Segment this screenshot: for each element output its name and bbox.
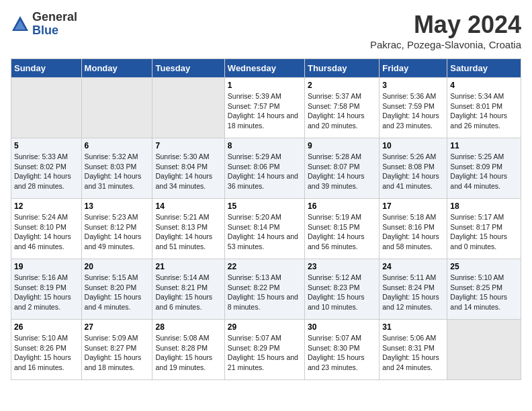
- day-header-monday: Monday: [81, 59, 152, 78]
- logo-blue-text: Blue: [32, 24, 77, 38]
- day-detail: Sunrise: 5:34 AMSunset: 8:01 PMDaylight:…: [450, 91, 518, 131]
- day-number: 29: [228, 322, 302, 332]
- day-detail: Sunrise: 5:17 AMSunset: 8:17 PMDaylight:…: [450, 212, 518, 252]
- day-number: 20: [85, 262, 150, 271]
- day-detail: Sunrise: 5:07 AMSunset: 8:30 PMDaylight:…: [308, 333, 376, 373]
- calendar-cell: 24Sunrise: 5:11 AMSunset: 8:24 PMDayligh…: [380, 259, 447, 320]
- main-title: May 2024: [370, 11, 521, 39]
- day-detail: Sunrise: 5:13 AMSunset: 8:22 PMDaylight:…: [228, 273, 302, 312]
- day-number: 31: [382, 322, 444, 332]
- calendar-cell: 19Sunrise: 5:16 AMSunset: 8:19 PMDayligh…: [11, 259, 82, 320]
- day-detail: Sunrise: 5:30 AMSunset: 8:04 PMDaylight:…: [155, 152, 221, 191]
- day-number: 26: [14, 322, 79, 332]
- day-detail: Sunrise: 5:39 AMSunset: 7:57 PMDaylight:…: [228, 91, 302, 131]
- calendar-cell: [447, 320, 521, 380]
- calendar-cell: 8Sunrise: 5:29 AMSunset: 8:06 PMDaylight…: [224, 138, 304, 199]
- day-number: 9: [308, 141, 376, 150]
- day-number: 3: [382, 81, 444, 90]
- day-detail: Sunrise: 5:25 AMSunset: 8:09 PMDaylight:…: [450, 152, 518, 191]
- location-subtitle: Pakrac, Pozega-Slavonia, Croatia: [370, 39, 521, 50]
- day-detail: Sunrise: 5:32 AMSunset: 8:03 PMDaylight:…: [85, 152, 150, 191]
- day-detail: Sunrise: 5:19 AMSunset: 8:15 PMDaylight:…: [308, 212, 376, 252]
- day-header-thursday: Thursday: [304, 59, 379, 78]
- calendar-cell: 20Sunrise: 5:15 AMSunset: 8:20 PMDayligh…: [81, 259, 152, 320]
- day-header-tuesday: Tuesday: [152, 59, 224, 78]
- day-number: 1: [228, 81, 302, 90]
- calendar-cell: 10Sunrise: 5:26 AMSunset: 8:08 PMDayligh…: [380, 138, 447, 199]
- day-number: 19: [14, 262, 79, 271]
- calendar-cell: 1Sunrise: 5:39 AMSunset: 7:57 PMDaylight…: [224, 78, 304, 138]
- day-number: 18: [450, 201, 518, 211]
- day-detail: Sunrise: 5:23 AMSunset: 8:12 PMDaylight:…: [85, 212, 150, 252]
- week-row-5: 26Sunrise: 5:10 AMSunset: 8:26 PMDayligh…: [11, 320, 521, 380]
- day-detail: Sunrise: 5:26 AMSunset: 8:08 PMDaylight:…: [382, 152, 444, 191]
- day-detail: Sunrise: 5:20 AMSunset: 8:14 PMDaylight:…: [228, 212, 302, 252]
- day-header-sunday: Sunday: [11, 59, 82, 78]
- logo-text: General Blue: [32, 11, 77, 38]
- week-row-2: 5Sunrise: 5:33 AMSunset: 8:02 PMDaylight…: [11, 138, 521, 199]
- day-number: 15: [228, 201, 302, 211]
- day-detail: Sunrise: 5:29 AMSunset: 8:06 PMDaylight:…: [228, 152, 302, 191]
- day-number: 6: [85, 141, 150, 150]
- day-header-friday: Friday: [380, 59, 447, 78]
- calendar-table: SundayMondayTuesdayWednesdayThursdayFrid…: [11, 58, 521, 380]
- calendar-cell: 9Sunrise: 5:28 AMSunset: 8:07 PMDaylight…: [304, 138, 379, 199]
- day-detail: Sunrise: 5:37 AMSunset: 7:58 PMDaylight:…: [308, 91, 376, 131]
- days-header-row: SundayMondayTuesdayWednesdayThursdayFrid…: [11, 59, 521, 78]
- day-number: 8: [228, 141, 302, 150]
- day-number: 14: [155, 201, 221, 211]
- day-number: 28: [155, 322, 221, 332]
- calendar-cell: 5Sunrise: 5:33 AMSunset: 8:02 PMDaylight…: [11, 138, 82, 199]
- calendar-cell: 17Sunrise: 5:18 AMSunset: 8:16 PMDayligh…: [380, 199, 447, 259]
- day-detail: Sunrise: 5:33 AMSunset: 8:02 PMDaylight:…: [14, 152, 79, 191]
- calendar-cell: 3Sunrise: 5:36 AMSunset: 7:59 PMDaylight…: [380, 78, 447, 138]
- day-detail: Sunrise: 5:14 AMSunset: 8:21 PMDaylight:…: [155, 273, 221, 312]
- day-number: 10: [382, 141, 444, 150]
- calendar-cell: 15Sunrise: 5:20 AMSunset: 8:14 PMDayligh…: [224, 199, 304, 259]
- calendar-cell: 25Sunrise: 5:10 AMSunset: 8:25 PMDayligh…: [447, 259, 521, 320]
- day-detail: Sunrise: 5:09 AMSunset: 8:27 PMDaylight:…: [85, 333, 150, 373]
- day-number: 2: [308, 81, 376, 90]
- calendar-cell: [81, 78, 152, 138]
- week-row-3: 12Sunrise: 5:24 AMSunset: 8:10 PMDayligh…: [11, 199, 521, 259]
- page-header: General Blue May 2024 Pakrac, Pozega-Sla…: [11, 11, 521, 50]
- day-number: 24: [382, 262, 444, 271]
- day-number: 5: [14, 141, 79, 150]
- day-number: 21: [155, 262, 221, 271]
- calendar-cell: [152, 78, 224, 138]
- day-number: 27: [85, 322, 150, 332]
- day-number: 25: [450, 262, 518, 271]
- day-detail: Sunrise: 5:10 AMSunset: 8:25 PMDaylight:…: [450, 273, 518, 312]
- day-number: 12: [14, 201, 79, 211]
- calendar-cell: 11Sunrise: 5:25 AMSunset: 8:09 PMDayligh…: [447, 138, 521, 199]
- calendar-cell: [11, 78, 82, 138]
- day-number: 22: [228, 262, 302, 271]
- day-detail: Sunrise: 5:08 AMSunset: 8:28 PMDaylight:…: [155, 333, 221, 373]
- calendar-cell: 4Sunrise: 5:34 AMSunset: 8:01 PMDaylight…: [447, 78, 521, 138]
- week-row-4: 19Sunrise: 5:16 AMSunset: 8:19 PMDayligh…: [11, 259, 521, 320]
- logo-general-text: General: [32, 11, 77, 24]
- logo-icon: [11, 15, 30, 34]
- day-number: 17: [382, 201, 444, 211]
- day-detail: Sunrise: 5:24 AMSunset: 8:10 PMDaylight:…: [14, 212, 79, 252]
- calendar-cell: 29Sunrise: 5:07 AMSunset: 8:29 PMDayligh…: [224, 320, 304, 380]
- calendar-cell: 21Sunrise: 5:14 AMSunset: 8:21 PMDayligh…: [152, 259, 224, 320]
- day-number: 16: [308, 201, 376, 211]
- calendar-cell: 2Sunrise: 5:37 AMSunset: 7:58 PMDaylight…: [304, 78, 379, 138]
- calendar-cell: 31Sunrise: 5:06 AMSunset: 8:31 PMDayligh…: [380, 320, 447, 380]
- day-detail: Sunrise: 5:16 AMSunset: 8:19 PMDaylight:…: [14, 273, 79, 312]
- calendar-cell: 12Sunrise: 5:24 AMSunset: 8:10 PMDayligh…: [11, 199, 82, 259]
- day-number: 13: [85, 201, 150, 211]
- day-detail: Sunrise: 5:15 AMSunset: 8:20 PMDaylight:…: [85, 273, 150, 312]
- day-detail: Sunrise: 5:11 AMSunset: 8:24 PMDaylight:…: [382, 273, 444, 312]
- day-header-saturday: Saturday: [447, 59, 521, 78]
- calendar-cell: 13Sunrise: 5:23 AMSunset: 8:12 PMDayligh…: [81, 199, 152, 259]
- day-header-wednesday: Wednesday: [224, 59, 304, 78]
- logo: General Blue: [11, 11, 77, 38]
- day-detail: Sunrise: 5:36 AMSunset: 7:59 PMDaylight:…: [382, 91, 444, 131]
- calendar-cell: 23Sunrise: 5:12 AMSunset: 8:23 PMDayligh…: [304, 259, 379, 320]
- day-number: 7: [155, 141, 221, 150]
- calendar-cell: 27Sunrise: 5:09 AMSunset: 8:27 PMDayligh…: [81, 320, 152, 380]
- day-detail: Sunrise: 5:18 AMSunset: 8:16 PMDaylight:…: [382, 212, 444, 252]
- day-detail: Sunrise: 5:12 AMSunset: 8:23 PMDaylight:…: [308, 273, 376, 312]
